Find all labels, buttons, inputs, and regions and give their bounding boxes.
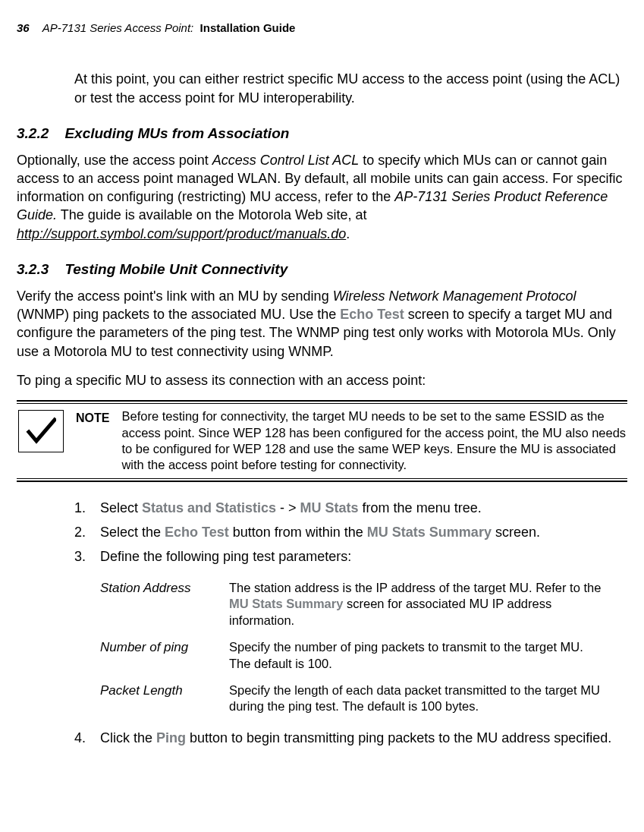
s323-echo: Echo Test bbox=[340, 307, 404, 322]
param-desc-station-address: The station address is the IP address of… bbox=[229, 580, 627, 629]
page-number: 36 bbox=[17, 21, 30, 34]
step-2: 2. Select the Echo Test button from with… bbox=[17, 523, 627, 541]
param-row-station-address: Station Address The station address is t… bbox=[100, 580, 627, 629]
param-desc-number-of-ping: Specify the number of ping packets to tr… bbox=[229, 639, 627, 672]
steps-list-continued: 4. Click the Ping button to begin transm… bbox=[17, 729, 627, 747]
section-322-body: Optionally, use the access point Access … bbox=[17, 151, 627, 243]
note-label: NOTE bbox=[76, 408, 109, 427]
section-323-p2: To ping a specific MU to assess its conn… bbox=[17, 371, 627, 389]
param-row-number-of-ping: Number of ping Specify the number of pin… bbox=[100, 639, 627, 672]
step-3: 3. Define the following ping test parame… bbox=[17, 547, 627, 566]
s3-a: Define the following ping test parameter… bbox=[100, 547, 627, 566]
s323-wnmp: Wireless Network Management Protocol bbox=[333, 288, 576, 304]
param-name-packet-length: Packet Length bbox=[100, 682, 229, 715]
s2-e: screen. bbox=[492, 525, 540, 540]
intro-paragraph: At this point, you can either restrict s… bbox=[74, 70, 627, 107]
checkmark-icon bbox=[18, 410, 64, 452]
param-desc-packet-length: Specify the length of each data packet t… bbox=[229, 682, 627, 715]
s322-link[interactable]: http://support.symbol.com/support/produc… bbox=[17, 226, 346, 241]
s323-t2: (WNMP) ping packets to the associated MU… bbox=[17, 307, 340, 322]
s322-acl: Access Control List ACL bbox=[212, 153, 359, 168]
s1-c: - > bbox=[276, 500, 300, 515]
header-series: AP-7131 Series Access Point: bbox=[42, 21, 194, 34]
s4-c: button to begin transmitting ping packet… bbox=[186, 730, 611, 745]
s2-c: button from within the bbox=[229, 525, 367, 540]
step-4-number: 4. bbox=[74, 729, 100, 747]
section-322-title: Excluding MUs from Association bbox=[64, 125, 289, 141]
s1-e: from the menu tree. bbox=[359, 500, 482, 515]
section-322-number: 3.2.2 bbox=[17, 125, 49, 141]
step-1: 1. Select Status and Statistics - > MU S… bbox=[17, 499, 627, 517]
s323-t1: Verify the access point's link with an M… bbox=[17, 288, 333, 304]
s2-d: MU Stats Summary bbox=[367, 525, 492, 540]
section-323-heading: 3.2.3 Testing Mobile Unit Connectivity bbox=[17, 260, 627, 279]
s322-t4: . bbox=[346, 226, 350, 241]
s322-t3: The guide is available on the Motorola W… bbox=[57, 207, 367, 222]
parameter-table: Station Address The station address is t… bbox=[100, 580, 627, 715]
page-header: 36 AP-7131 Series Access Point: Installa… bbox=[17, 18, 627, 36]
s1-d: MU Stats bbox=[300, 500, 359, 515]
section-322-heading: 3.2.2 Excluding MUs from Association bbox=[17, 124, 627, 143]
section-323-number: 3.2.3 bbox=[17, 261, 49, 277]
header-title: AP-7131 Series Access Point: Installatio… bbox=[42, 21, 296, 34]
step-3-number: 3. bbox=[74, 547, 100, 566]
header-doc-title: Installation Guide bbox=[200, 21, 296, 34]
s4-a: Click the bbox=[100, 730, 156, 745]
r1-a: The station address is the IP address of… bbox=[229, 581, 601, 594]
note-text: Before testing for connectivity, the tar… bbox=[121, 408, 627, 474]
s4-b: Ping bbox=[156, 730, 186, 745]
note-box: NOTE Before testing for connectivity, th… bbox=[17, 400, 627, 482]
param-name-number-of-ping: Number of ping bbox=[100, 639, 229, 672]
s322-t1: Optionally, use the access point bbox=[17, 153, 212, 168]
param-name-station-address: Station Address bbox=[100, 580, 229, 629]
s1-b: Status and Statistics bbox=[142, 500, 276, 515]
steps-list: 1. Select Status and Statistics - > MU S… bbox=[17, 499, 627, 566]
step-2-number: 2. bbox=[74, 523, 100, 541]
s2-b: Echo Test bbox=[165, 525, 229, 540]
r1-b: MU Stats Summary bbox=[229, 597, 343, 610]
section-323-title: Testing Mobile Unit Connectivity bbox=[64, 261, 287, 277]
section-323-p1: Verify the access point's link with an M… bbox=[17, 287, 627, 361]
step-1-number: 1. bbox=[74, 499, 100, 517]
step-4: 4. Click the Ping button to begin transm… bbox=[17, 729, 627, 747]
s2-a: Select the bbox=[100, 525, 165, 540]
s1-a: Select bbox=[100, 500, 142, 515]
param-row-packet-length: Packet Length Specify the length of each… bbox=[100, 682, 627, 715]
